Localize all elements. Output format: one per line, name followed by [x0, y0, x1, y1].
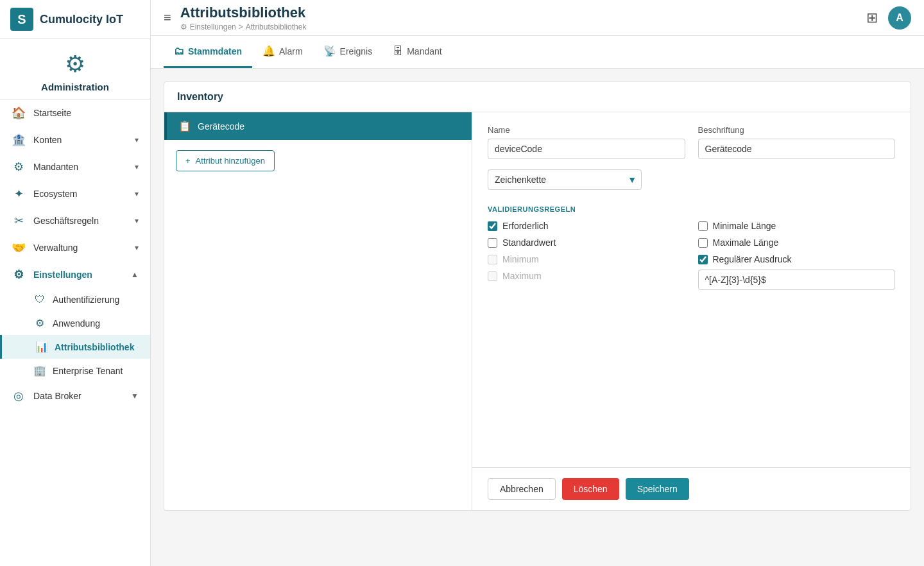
max-laenge-label: Maximale Länge: [713, 237, 779, 248]
tab-alarm-label: Alarm: [279, 46, 303, 56]
checkbox-erforderlich: Erforderlich: [488, 221, 685, 231]
content-card: Inventory 📋 Gerätecode + Attribut hinzuf…: [164, 81, 911, 511]
left-panel: 📋 Gerätecode + Attribut hinzufügen: [164, 112, 472, 510]
type-select-wrapper: Zeichenkette Zahl Boolean Datum ▼: [488, 169, 895, 190]
regex-input[interactable]: [698, 270, 896, 290]
validation-grid: Erforderlich Standardwert Minimum: [488, 221, 895, 290]
tab-ereignis[interactable]: 📡 Ereignis: [313, 36, 383, 68]
standardwert-checkbox[interactable]: [488, 238, 497, 248]
chevron-down-icon: ▾: [135, 189, 139, 198]
add-icon: +: [185, 156, 191, 166]
tab-stammdaten-icon: 🗂: [174, 46, 184, 57]
checkbox-maximum: Maximum: [488, 271, 685, 281]
tab-mandant-icon: 🗄: [393, 46, 403, 57]
type-select[interactable]: Zeichenkette Zahl Boolean Datum: [488, 169, 642, 190]
beschriftung-input[interactable]: [698, 139, 896, 159]
add-attr-label: Attribut hinzufügen: [196, 156, 265, 166]
admin-label: Administration: [41, 81, 109, 92]
library-icon: 📊: [35, 341, 48, 353]
tab-ereignis-label: Ereignis: [340, 46, 373, 56]
checkbox-regulaer: Regulärer Ausdruck: [698, 254, 896, 264]
sidebar-item-konten[interactable]: 🏦 Konten ▾: [0, 126, 150, 153]
delete-button[interactable]: Löschen: [562, 478, 619, 500]
max-laenge-checkbox[interactable]: [698, 238, 708, 248]
verwaltung-icon: 🤝: [12, 241, 26, 255]
title-group: Attributsbibliothek ⚙ Einstellungen > At…: [180, 4, 307, 31]
menu-icon[interactable]: ≡: [164, 10, 171, 25]
breadcrumb-current: Attributsbibliothek: [246, 22, 307, 31]
checkbox-max-laenge: Maximale Länge: [698, 237, 896, 248]
name-input[interactable]: [488, 139, 685, 159]
geraetecode-label: Gerätecode: [198, 121, 244, 132]
data-broker-icon: ◎: [12, 389, 26, 403]
erforderlich-checkbox[interactable]: [488, 221, 497, 231]
form-row-name: Name Beschriftung: [488, 125, 895, 159]
geraetecode-item[interactable]: 📋 Gerätecode: [164, 112, 472, 140]
minimum-label: Minimum: [502, 254, 539, 264]
sidebar-header: S Cumulocity IoT: [0, 0, 150, 39]
sidebar-item-mandanten[interactable]: ⚙ Mandanten ▾: [0, 153, 150, 180]
tab-alarm-icon: 🔔: [262, 45, 275, 57]
min-laenge-label: Minimale Länge: [713, 221, 776, 231]
sidebar-sub-authentifizierung[interactable]: 🛡 Authentifizierung: [0, 288, 150, 311]
sidebar-sub-anwendung[interactable]: ⚙ Anwendung: [0, 311, 150, 335]
breadcrumb-settings[interactable]: Einstellungen: [190, 22, 236, 31]
min-laenge-checkbox[interactable]: [698, 221, 708, 231]
sidebar-item-verwaltung[interactable]: 🤝 Verwaltung ▾: [0, 234, 150, 261]
sidebar-item-label: Verwaltung: [33, 243, 78, 253]
tab-stammdaten-label: Stammdaten: [188, 46, 242, 56]
name-label: Name: [488, 125, 685, 135]
cancel-button[interactable]: Abbrechen: [488, 478, 556, 500]
action-row: Abbrechen Löschen Speichern: [472, 467, 911, 510]
tab-stammdaten[interactable]: 🗂 Stammdaten: [164, 36, 252, 68]
konten-icon: 🏦: [12, 133, 26, 147]
sidebar-item-geschaeftsregeln[interactable]: ✂ Geschäftsregeln ▾: [0, 207, 150, 234]
sidebar-item-label: Einstellungen: [33, 270, 92, 280]
enterprise-icon: 🏢: [33, 364, 46, 377]
checkbox-minimum: Minimum: [488, 254, 685, 264]
sidebar-item-startseite[interactable]: 🏠 Startseite: [0, 99, 150, 126]
sidebar-sub-label: Anwendung: [53, 318, 100, 329]
logo-letter: S: [10, 8, 33, 31]
minimum-checkbox[interactable]: [488, 255, 497, 264]
tab-alarm[interactable]: 🔔 Alarm: [252, 36, 313, 68]
sidebar-item-data-broker[interactable]: ◎ Data Broker ▼: [0, 382, 150, 409]
sidebar-item-label: Startseite: [33, 108, 71, 118]
form-group-name: Name: [488, 125, 685, 159]
sidebar-sub-attributsbibliothek[interactable]: 📊 Attributsbibliothek: [0, 335, 150, 359]
sidebar-item-label: Konten: [33, 135, 62, 145]
maximum-checkbox[interactable]: [488, 271, 497, 281]
shield-icon: 🛡: [33, 294, 46, 305]
main-content: ≡ Attributsbibliothek ⚙ Einstellungen > …: [151, 0, 924, 566]
sidebar-item-label: Geschäftsregeln: [33, 216, 99, 226]
regulaer-checkbox[interactable]: [698, 255, 708, 264]
content-area: Inventory 📋 Gerätecode + Attribut hinzuf…: [151, 69, 924, 566]
breadcrumb-separator: >: [239, 22, 243, 31]
chevron-up-icon: ▲: [131, 270, 139, 279]
topbar-right: ⊞ A: [866, 6, 911, 30]
beschriftung-label: Beschriftung: [698, 125, 896, 135]
save-button[interactable]: Speichern: [626, 478, 689, 500]
page-title: Attributsbibliothek: [180, 4, 307, 21]
type-dropdown[interactable]: Zeichenkette Zahl Boolean Datum ▼: [488, 169, 642, 190]
sidebar-sub-label: Enterprise Tenant: [53, 366, 123, 376]
chevron-down-icon: ▼: [131, 391, 139, 400]
validation-right-col: Minimale Länge Maximale Länge Regulärer …: [698, 221, 896, 290]
sidebar-item-einstellungen[interactable]: ⚙ Einstellungen ▲: [0, 261, 150, 288]
sidebar-item-ecosystem[interactable]: ✦ Ecosystem ▾: [0, 180, 150, 207]
validation-section: VALIDIERUNGSREGELN Erforderlich: [488, 205, 895, 290]
card-body: 📋 Gerätecode + Attribut hinzufügen: [164, 112, 911, 510]
tab-mandant[interactable]: 🗄 Mandant: [382, 36, 452, 68]
form-group-beschriftung: Beschriftung: [698, 125, 896, 159]
sidebar-item-label: Mandanten: [33, 162, 78, 172]
regulaer-label: Regulärer Ausdruck: [713, 254, 792, 264]
sidebar-sub-label: Authentifizierung: [53, 295, 119, 305]
add-attribute-button[interactable]: + Attribut hinzufügen: [176, 150, 275, 171]
sidebar-sub-enterprise-tenant[interactable]: 🏢 Enterprise Tenant: [0, 359, 150, 382]
chevron-down-icon: ▾: [135, 243, 139, 252]
grid-icon[interactable]: ⊞: [866, 10, 878, 26]
einstellungen-icon: ⚙: [12, 268, 26, 282]
user-avatar[interactable]: A: [888, 6, 911, 30]
sidebar-sub-label: Attributsbibliothek: [55, 342, 134, 352]
standardwert-label: Standardwert: [502, 237, 556, 248]
